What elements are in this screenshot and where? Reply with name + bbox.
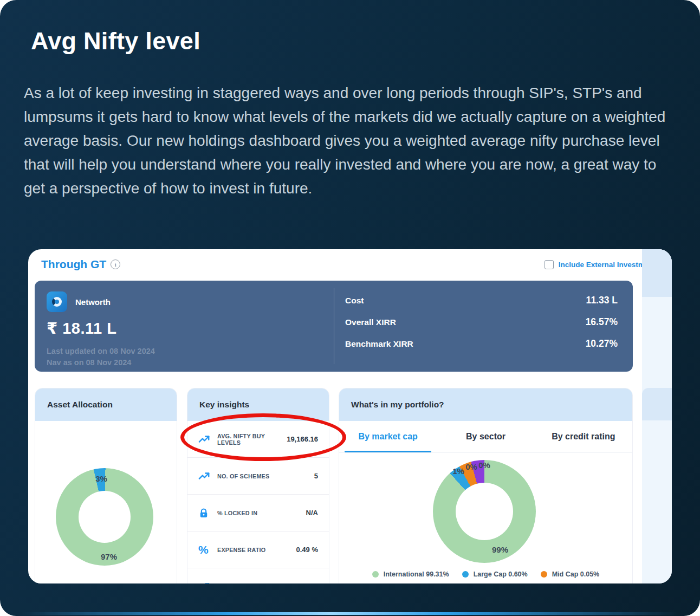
through-gt-title: Through GT bbox=[41, 258, 106, 271]
tab-by-market-cap[interactable]: By market cap bbox=[339, 421, 437, 452]
market-cap-legend: International 99.31% Large Cap 0.60% Mid… bbox=[339, 570, 632, 578]
trend-up-icon bbox=[198, 433, 211, 445]
cropped-adjacent-panel bbox=[642, 249, 672, 583]
cropped-panel-header-top bbox=[642, 249, 672, 297]
key-insights-title: Key insights bbox=[187, 388, 329, 421]
trend-up-icon bbox=[198, 470, 211, 482]
insight-row-locked-in: % LOCKED IN N/A bbox=[187, 495, 329, 531]
insight-row-avg-nifty: AVG. NIFTY BUY LEVELS 19,166.16 bbox=[187, 421, 329, 458]
portfolio-title: What's in my portfolio? bbox=[339, 388, 632, 421]
include-external-checkbox[interactable] bbox=[545, 260, 554, 269]
stat-row-cost: Cost 11.33 L bbox=[345, 295, 618, 306]
page-background: Avg Nifty level As a lot of keep investi… bbox=[0, 0, 700, 616]
market-cap-donut-chart bbox=[433, 460, 536, 563]
insight-row-expense-ratio: % EXPENSE RATIO 0.49 % bbox=[187, 531, 329, 568]
legend-item-mid-cap: Mid Cap 0.05% bbox=[541, 570, 600, 578]
tab-by-sector[interactable]: By sector bbox=[437, 421, 534, 452]
trend-up-icon bbox=[198, 581, 211, 584]
networth-updated-text: Last updated on 08 Nov 2024 Nav as on 08… bbox=[47, 346, 334, 368]
networth-label: Networth bbox=[75, 297, 111, 307]
tab-by-credit-rating[interactable]: By credit rating bbox=[535, 421, 632, 452]
include-external-label: Include External Investment bbox=[559, 261, 656, 269]
networth-summary-band: Networth ₹ 18.11 L Last updated on 08 No… bbox=[35, 281, 633, 372]
large-cap-dot-icon bbox=[462, 571, 469, 578]
insight-row-schemes: NO. OF SCHEMES 5 bbox=[187, 458, 329, 495]
networth-section: Networth ₹ 18.11 L Last updated on 08 No… bbox=[35, 281, 334, 372]
percent-icon: % bbox=[198, 543, 211, 556]
insight-row-top5-schemes: TOP 5 SCHEMES 100.00 bbox=[187, 568, 329, 583]
international-dot-icon bbox=[372, 571, 379, 578]
asset-slice-label-debt: 3% bbox=[95, 474, 107, 483]
portfolio-panel: What's in my portfolio? By market cap By… bbox=[339, 388, 633, 583]
info-icon[interactable]: i bbox=[111, 260, 120, 269]
dashboard-card-header: Through GT i Include External Investment bbox=[41, 258, 656, 271]
stat-row-overall-xirr: Overall XIRR 16.57% bbox=[345, 316, 618, 328]
cropped-panel-header-mid bbox=[642, 388, 672, 420]
legend-item-large-cap: Large Cap 0.60% bbox=[462, 570, 528, 578]
intro-paragraph: As a lot of keep investing in staggered … bbox=[24, 81, 671, 200]
asset-slice-label-equity: 97% bbox=[101, 552, 117, 561]
networth-value: ₹ 18.11 L bbox=[47, 319, 334, 338]
mid-cap-dot-icon bbox=[541, 571, 547, 578]
stat-row-benchmark-xirr: Benchmark XIRR 10.27% bbox=[345, 338, 618, 349]
screenshot-root: Avg Nifty level As a lot of keep investi… bbox=[0, 0, 700, 616]
legend-item-international: International 99.31% bbox=[372, 570, 449, 578]
slice-label-mid-cap: 0% bbox=[465, 462, 477, 471]
slice-label-purple: 0% bbox=[478, 461, 490, 470]
slice-label-international: 99% bbox=[492, 545, 508, 554]
slice-label-large-cap: 1% bbox=[452, 466, 464, 476]
page-title: Avg Nifty level bbox=[31, 27, 200, 55]
portfolio-tabs: By market cap By sector By credit rating bbox=[339, 421, 632, 453]
xirr-stats-section: Cost 11.33 L Overall XIRR 16.57% Benchma… bbox=[334, 281, 633, 372]
networth-logo-icon bbox=[47, 291, 67, 312]
lock-icon bbox=[198, 508, 211, 518]
dashboard-card: Through GT i Include External Investment… bbox=[28, 249, 672, 583]
bottom-glow-line bbox=[8, 612, 692, 615]
asset-allocation-panel: Asset Allocation 3% 97% Equity 97.38% De… bbox=[35, 388, 177, 583]
key-insights-panel: Key insights AVG. NIFTY BUY LEVELS 19,16… bbox=[187, 388, 329, 583]
asset-allocation-title: Asset Allocation bbox=[35, 388, 177, 421]
